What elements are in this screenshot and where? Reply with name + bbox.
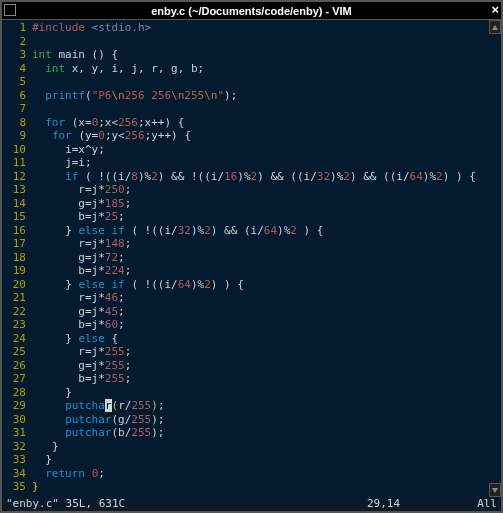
- code-content[interactable]: g=j*72;: [32, 251, 501, 265]
- code-line[interactable]: 20 } else if ( !((i/64)%2) ) {: [2, 278, 501, 292]
- code-line[interactable]: 18 g=j*72;: [2, 251, 501, 265]
- code-content[interactable]: }: [32, 440, 501, 454]
- code-content[interactable]: int x, y, i, j, r, g, b;: [32, 62, 501, 76]
- code-content[interactable]: #include <stdio.h>: [32, 21, 501, 35]
- code-line[interactable]: 2: [2, 35, 501, 49]
- line-number: 24: [2, 332, 32, 346]
- status-line: "enby.c" 35L, 631C 29,14 All: [2, 497, 501, 511]
- code-content[interactable]: j=i;: [32, 156, 501, 170]
- code-line[interactable]: 29 putchar(r/255);: [2, 399, 501, 413]
- code-line[interactable]: 16 } else if ( !((i/32)%2) && (i/64)%2 )…: [2, 224, 501, 238]
- code-content[interactable]: i=x^y;: [32, 143, 501, 157]
- code-line[interactable]: 32 }: [2, 440, 501, 454]
- scroll-up-icon[interactable]: [489, 20, 501, 34]
- code-line[interactable]: 28 }: [2, 386, 501, 400]
- line-number: 12: [2, 170, 32, 184]
- line-number: 18: [2, 251, 32, 265]
- code-content[interactable]: } else {: [32, 332, 501, 346]
- code-line[interactable]: 21 r=j*46;: [2, 291, 501, 305]
- code-content[interactable]: b=j*25;: [32, 210, 501, 224]
- code-line[interactable]: 1#include <stdio.h>: [2, 21, 501, 35]
- code-line[interactable]: 30 putchar(g/255);: [2, 413, 501, 427]
- code-content[interactable]: g=j*255;: [32, 359, 501, 373]
- code-line[interactable]: 24 } else {: [2, 332, 501, 346]
- line-number: 3: [2, 48, 32, 62]
- window-menu-icon[interactable]: [4, 4, 16, 16]
- code-content[interactable]: return 0;: [32, 467, 501, 481]
- code-line[interactable]: 5: [2, 75, 501, 89]
- code-line[interactable]: 4 int x, y, i, j, r, g, b;: [2, 62, 501, 76]
- status-file: "enby.c" 35L, 631C: [6, 497, 367, 511]
- line-number: 16: [2, 224, 32, 238]
- editor-area[interactable]: 1#include <stdio.h>23int main () {4 int …: [2, 20, 501, 497]
- code-content[interactable]: g=j*185;: [32, 197, 501, 211]
- empty-line-tilde: ~: [2, 494, 501, 498]
- code-content[interactable]: }: [32, 386, 501, 400]
- close-icon[interactable]: ×: [491, 2, 499, 17]
- code-line[interactable]: 11 j=i;: [2, 156, 501, 170]
- titlebar[interactable]: enby.c (~/Documents/code/enby) - VIM ×: [2, 2, 501, 20]
- code-line[interactable]: 10 i=x^y;: [2, 143, 501, 157]
- line-number: 29: [2, 399, 32, 413]
- code-content[interactable]: putchar(r/255);: [32, 399, 501, 413]
- code-content[interactable]: [32, 102, 501, 116]
- code-content[interactable]: printf("P6\n256 256\n255\n");: [32, 89, 501, 103]
- code-content[interactable]: r=j*255;: [32, 345, 501, 359]
- line-number: 32: [2, 440, 32, 454]
- code-line[interactable]: 9 for (y=0;y<256;y++) {: [2, 129, 501, 143]
- line-number: 2: [2, 35, 32, 49]
- code-content[interactable]: g=j*45;: [32, 305, 501, 319]
- code-content[interactable]: r=j*148;: [32, 237, 501, 251]
- code-line[interactable]: 17 r=j*148;: [2, 237, 501, 251]
- code-content[interactable]: putchar(g/255);: [32, 413, 501, 427]
- code-content[interactable]: for (x=0;x<256;x++) {: [32, 116, 501, 130]
- code-line[interactable]: 14 g=j*185;: [2, 197, 501, 211]
- code-line[interactable]: 35}: [2, 480, 501, 494]
- code-content[interactable]: int main () {: [32, 48, 501, 62]
- code-content[interactable]: }: [32, 480, 501, 494]
- code-content[interactable]: r=j*250;: [32, 183, 501, 197]
- line-number: 9: [2, 129, 32, 143]
- code-line[interactable]: 12 if ( !((i/8)%2) && !((i/16)%2) && ((i…: [2, 170, 501, 184]
- code-line[interactable]: 6 printf("P6\n256 256\n255\n");: [2, 89, 501, 103]
- scroll-down-icon[interactable]: [489, 483, 501, 497]
- code-line[interactable]: 3int main () {: [2, 48, 501, 62]
- code-line[interactable]: 34 return 0;: [2, 467, 501, 481]
- code-content[interactable]: b=j*224;: [32, 264, 501, 278]
- line-number: 1: [2, 21, 32, 35]
- code-content[interactable]: r=j*46;: [32, 291, 501, 305]
- code-line[interactable]: 7: [2, 102, 501, 116]
- code-content[interactable]: for (y=0;y<256;y++) {: [32, 129, 501, 143]
- code-line[interactable]: 23 b=j*60;: [2, 318, 501, 332]
- code-content[interactable]: } else if ( !((i/64)%2) ) {: [32, 278, 501, 292]
- code-content[interactable]: [32, 35, 501, 49]
- line-number: 23: [2, 318, 32, 332]
- line-number: 25: [2, 345, 32, 359]
- code-content[interactable]: b=j*60;: [32, 318, 501, 332]
- code-content[interactable]: }: [32, 453, 501, 467]
- code-content[interactable]: [32, 75, 501, 89]
- line-number: 15: [2, 210, 32, 224]
- code-line[interactable]: 25 r=j*255;: [2, 345, 501, 359]
- line-number: 34: [2, 467, 32, 481]
- line-number: 14: [2, 197, 32, 211]
- status-position: 29,14: [367, 497, 457, 511]
- code-line[interactable]: 31 putchar(b/255);: [2, 426, 501, 440]
- code-line[interactable]: 26 g=j*255;: [2, 359, 501, 373]
- line-number: 19: [2, 264, 32, 278]
- code-content[interactable]: } else if ( !((i/32)%2) && (i/64)%2 ) {: [32, 224, 501, 238]
- code-line[interactable]: 27 b=j*255;: [2, 372, 501, 386]
- terminal-window: enby.c (~/Documents/code/enby) - VIM × 1…: [0, 0, 503, 513]
- code-content[interactable]: if ( !((i/8)%2) && !((i/16)%2) && ((i/32…: [32, 170, 501, 184]
- code-line[interactable]: 33 }: [2, 453, 501, 467]
- code-line[interactable]: 13 r=j*250;: [2, 183, 501, 197]
- code-line[interactable]: 15 b=j*25;: [2, 210, 501, 224]
- code-line[interactable]: 22 g=j*45;: [2, 305, 501, 319]
- line-number: 6: [2, 89, 32, 103]
- code-line[interactable]: 8 for (x=0;x<256;x++) {: [2, 116, 501, 130]
- code-content[interactable]: b=j*255;: [32, 372, 501, 386]
- code-content[interactable]: putchar(b/255);: [32, 426, 501, 440]
- line-number: 13: [2, 183, 32, 197]
- line-number: 17: [2, 237, 32, 251]
- code-line[interactable]: 19 b=j*224;: [2, 264, 501, 278]
